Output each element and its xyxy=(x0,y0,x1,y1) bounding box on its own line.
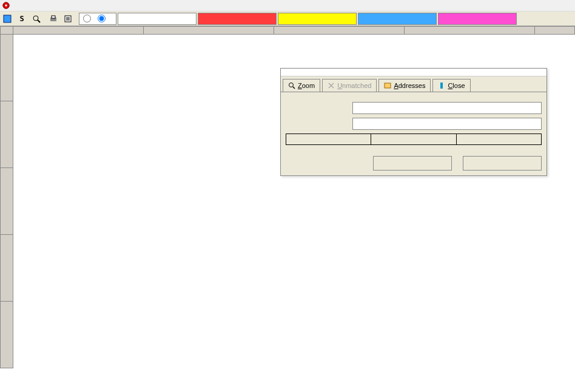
dialog-title xyxy=(281,69,546,76)
addresses-icon xyxy=(384,82,391,89)
tab-addresses[interactable]: Addresses xyxy=(378,79,431,92)
device-type-input[interactable] xyxy=(352,118,542,130)
status-matched[interactable] xyxy=(118,13,197,25)
toolbar-btn-2[interactable]: S xyxy=(15,12,29,25)
magnifier-icon xyxy=(32,15,41,23)
row-5[interactable] xyxy=(0,101,13,168)
svg-rect-14 xyxy=(440,83,443,89)
row-6[interactable] xyxy=(0,168,13,235)
tab-close[interactable]: Close xyxy=(432,79,470,92)
col-4[interactable] xyxy=(535,26,575,35)
status-reconciled[interactable] xyxy=(358,13,437,25)
svg-line-12 xyxy=(293,87,295,89)
row-4[interactable] xyxy=(0,35,13,101)
app-icon xyxy=(2,1,10,10)
actual-expected-dialog: Zoom Unmatched Addresses Close xyxy=(280,68,547,176)
printer-icon xyxy=(49,15,58,23)
svg-rect-2 xyxy=(4,15,11,22)
svg-point-3 xyxy=(33,16,38,21)
svg-rect-13 xyxy=(385,83,391,88)
col-0[interactable] xyxy=(13,26,144,35)
svg-line-4 xyxy=(38,20,40,22)
dialog-tabs: Zoom Unmatched Addresses Close xyxy=(281,76,546,92)
toolbar-btn-report[interactable] xyxy=(61,12,75,25)
svg-point-1 xyxy=(5,4,7,7)
grid-col-expected xyxy=(456,134,542,145)
row-8[interactable] xyxy=(0,302,13,368)
svg-point-11 xyxy=(289,83,294,87)
loop-selector xyxy=(79,13,116,25)
commit-expected-button[interactable] xyxy=(463,156,542,171)
accept-actual-button[interactable] xyxy=(373,156,452,171)
col-3[interactable] xyxy=(405,26,535,35)
comparison-grid xyxy=(286,133,542,145)
status-warning[interactable] xyxy=(278,13,357,25)
s-icon: S xyxy=(19,15,24,23)
toolbar: S xyxy=(0,12,575,26)
menubar xyxy=(0,0,575,12)
loop1-radio[interactable] xyxy=(83,15,93,22)
magnifier-icon xyxy=(288,82,295,89)
status-error[interactable] xyxy=(198,13,277,25)
status-unconfigured[interactable] xyxy=(438,13,517,25)
svg-rect-6 xyxy=(52,16,55,18)
toolbar-btn-1[interactable] xyxy=(1,12,14,25)
db-icon xyxy=(3,15,12,23)
toolbar-btn-zoom[interactable] xyxy=(30,12,43,25)
unmatched-icon xyxy=(328,82,335,89)
col-ruler xyxy=(0,26,575,35)
close-icon xyxy=(438,82,445,89)
row-ruler xyxy=(0,35,13,368)
row-7[interactable] xyxy=(0,235,13,302)
col-1[interactable] xyxy=(144,26,274,35)
device-label-input[interactable] xyxy=(352,102,542,114)
col-2[interactable] xyxy=(274,26,405,35)
loop2-radio[interactable] xyxy=(98,15,107,22)
toolbar-btn-print[interactable] xyxy=(47,12,60,25)
report-icon xyxy=(64,15,72,23)
grid-col-blank xyxy=(286,134,371,145)
tab-unmatched[interactable]: Unmatched xyxy=(322,79,377,92)
tab-zoom[interactable]: Zoom xyxy=(283,79,320,92)
grid-col-actual xyxy=(371,134,457,145)
